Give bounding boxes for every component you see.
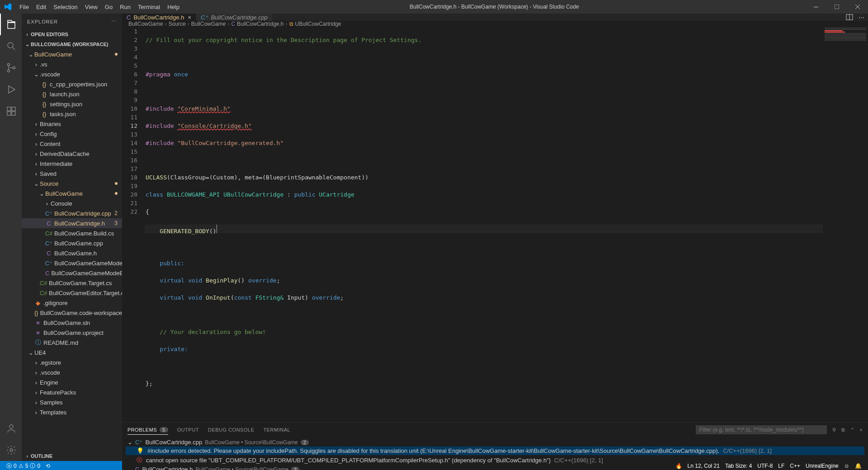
file-launch-json[interactable]: {}launch.json: [22, 89, 122, 99]
panel-tab-terminal[interactable]: TERMINAL: [263, 427, 290, 432]
status-eol[interactable]: LF: [775, 463, 787, 469]
folder-config[interactable]: ›Config: [22, 129, 122, 139]
folder-templates[interactable]: ›Templates: [22, 407, 122, 417]
line-gutter: 12345678910111213141516171819202122: [122, 27, 145, 422]
file-sln[interactable]: ≡BullCowGame.sln: [22, 318, 122, 328]
menu-bar: File Edit Selection View Go Run Terminal…: [16, 0, 183, 14]
panel-tab-output[interactable]: OUTPUT: [177, 427, 199, 432]
status-unreal[interactable]: UnrealEngine: [803, 463, 841, 469]
svg-rect-1: [835, 5, 839, 9]
problem-item[interactable]: 💡#include errors detected. Please update…: [126, 446, 864, 455]
file-gitignore[interactable]: ◆.gitignore: [22, 298, 122, 308]
menu-terminal[interactable]: Terminal: [134, 0, 164, 14]
breadcrumb[interactable]: BullCowGame› Source› BullCowGame› C Bull…: [122, 21, 868, 27]
status-language[interactable]: C++: [787, 463, 803, 469]
close-panel-icon[interactable]: ×: [860, 427, 863, 432]
menu-file[interactable]: File: [16, 0, 33, 14]
folder-egstore[interactable]: ›.egstore: [22, 357, 122, 367]
status-tabsize[interactable]: Tab Size: 4: [722, 463, 755, 469]
status-flame-icon[interactable]: 🔥: [673, 463, 685, 469]
tab-cartridge-cpp[interactable]: C⁺BullCowCartridge.cpp: [196, 14, 273, 21]
minimap[interactable]: [823, 27, 868, 422]
status-lncol[interactable]: Ln 12, Col 21: [685, 463, 722, 469]
folder-intermediate[interactable]: ›Intermediate: [22, 159, 122, 169]
folder-console[interactable]: ›Console: [22, 198, 122, 208]
svg-rect-6: [7, 107, 11, 111]
split-editor-icon[interactable]: [846, 14, 853, 21]
folder-content[interactable]: ›Content: [22, 139, 122, 149]
editor-tabs: CBullCowCartridge.h× C⁺BullCowCartridge.…: [122, 14, 868, 21]
editor-area: CBullCowCartridge.h× C⁺BullCowCartridge.…: [122, 14, 868, 461]
file-uproject[interactable]: ≡BullCowGame.uproject: [22, 328, 122, 338]
more-icon[interactable]: ⋯: [859, 14, 864, 21]
file-c-cpp-properties[interactable]: {}c_cpp_properties.json: [22, 79, 122, 89]
folder-bullcowgame[interactable]: ⌄BullCowGame: [22, 49, 122, 59]
file-gamemode-h[interactable]: CBullCowGameGameModeBase.h: [22, 268, 122, 278]
window-controls: [806, 0, 868, 14]
file-tree: ⌄BullCowGame ›.vs ⌄.vscode {}c_cpp_prope…: [22, 49, 122, 451]
problem-group[interactable]: ⌄C⁺BullCowCartridge.cppBullCowGame • Sou…: [126, 438, 864, 446]
menu-run[interactable]: Run: [116, 0, 134, 14]
collapse-all-icon[interactable]: ⧉: [841, 427, 845, 433]
panel-tab-debug[interactable]: DEBUG CONSOLE: [208, 427, 254, 432]
minimize-button[interactable]: [806, 0, 826, 14]
menu-help[interactable]: Help: [164, 0, 183, 14]
chevron-up-icon[interactable]: ⌃: [850, 427, 854, 433]
file-target-cs[interactable]: C#BullCowGame.Target.cs: [22, 278, 122, 288]
panel-tabs: PROBLEMS5 OUTPUT DEBUG CONSOLE TERMINAL …: [122, 423, 868, 437]
section-open-editors[interactable]: ›OPEN EDITORS: [22, 29, 122, 39]
folder-featurepacks[interactable]: ›FeaturePacks: [22, 387, 122, 397]
section-outline[interactable]: ›OUTLINE: [22, 451, 122, 461]
folder-vscode-ue4[interactable]: ›.vscode: [22, 367, 122, 377]
folder-vscode[interactable]: ⌄.vscode: [22, 69, 122, 79]
status-errors[interactable]: ⓧ0⚠5ⓘ0: [4, 462, 43, 470]
file-cartridge-cpp[interactable]: C⁺BullCowCartridge.cpp2: [22, 208, 122, 218]
source-control-icon[interactable]: [0, 57, 22, 79]
run-debug-icon[interactable]: [0, 79, 22, 100]
status-encoding[interactable]: UTF-8: [755, 463, 775, 469]
close-button[interactable]: [847, 0, 868, 14]
explorer-icon[interactable]: [0, 14, 22, 35]
editor-body[interactable]: 12345678910111213141516171819202122 // F…: [122, 27, 868, 422]
status-bell-icon[interactable]: 🔔: [852, 463, 864, 469]
folder-ue4[interactable]: ⌄UE4: [22, 348, 122, 357]
folder-ddc[interactable]: ›DerivedDataCache: [22, 149, 122, 159]
status-live-share-icon[interactable]: ⟲: [43, 463, 53, 469]
file-readme[interactable]: ⓘREADME.md: [22, 338, 122, 348]
menu-view[interactable]: View: [81, 0, 101, 14]
file-cartridge-h[interactable]: CBullCowCartridge.h3: [22, 218, 122, 228]
search-icon[interactable]: [0, 35, 22, 57]
maximize-button[interactable]: [826, 0, 847, 14]
section-workspace[interactable]: ⌄BULLCOWGAME (WORKSPACE): [22, 39, 122, 49]
file-build-cs[interactable]: C#BullCowGame.Build.cs: [22, 228, 122, 238]
status-feedback-icon[interactable]: ☺: [841, 463, 852, 469]
file-game-cpp[interactable]: C⁺BullCowGame.cpp: [22, 238, 122, 248]
file-code-workspace[interactable]: {}BullCowGame.code-workspace: [22, 308, 122, 318]
file-gamemode-cpp[interactable]: C⁺BullCowGameGameModeBase.cpp: [22, 258, 122, 268]
filter-icon[interactable]: ⚲: [832, 427, 836, 433]
code-editor[interactable]: // Fill out your copyright notice in the…: [145, 27, 823, 422]
close-icon[interactable]: ×: [188, 14, 191, 21]
tab-cartridge-h[interactable]: CBullCowCartridge.h×: [122, 14, 196, 21]
file-game-h[interactable]: CBullCowGame.h: [22, 248, 122, 258]
folder-samples[interactable]: ›Samples: [22, 397, 122, 407]
menu-go[interactable]: Go: [101, 0, 116, 14]
menu-edit[interactable]: Edit: [33, 0, 50, 14]
menu-selection[interactable]: Selection: [50, 0, 81, 14]
extensions-icon[interactable]: [0, 100, 22, 122]
folder-bullcowgame-src[interactable]: ⌄BullCowGame: [22, 188, 122, 198]
folder-vs[interactable]: ›.vs: [22, 59, 122, 69]
folder-saved[interactable]: ›Saved: [22, 169, 122, 179]
settings-icon[interactable]: [0, 439, 22, 461]
folder-source[interactable]: ⌄Source: [22, 179, 122, 188]
accounts-icon[interactable]: [0, 418, 22, 439]
file-editor-target-cs[interactable]: C#BullCowGameEditor.Target.cs: [22, 288, 122, 298]
filter-input[interactable]: [696, 425, 827, 434]
folder-binaries[interactable]: ›Binaries: [22, 119, 122, 129]
file-tasks-json[interactable]: {}tasks.json: [22, 109, 122, 119]
panel-tab-problems[interactable]: PROBLEMS5: [127, 427, 168, 435]
folder-engine[interactable]: ›Engine: [22, 377, 122, 387]
file-settings-json[interactable]: {}settings.json: [22, 99, 122, 109]
more-actions-icon[interactable]: ⋯: [111, 19, 117, 24]
activity-bar: [0, 14, 22, 461]
